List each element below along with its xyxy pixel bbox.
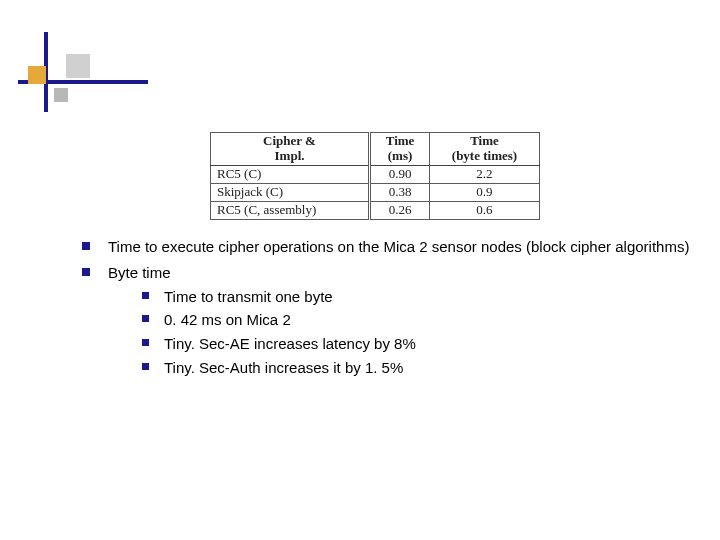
cell-bt: 2.2: [429, 165, 539, 183]
sub-bullet-text: Time to transmit one byte: [164, 288, 333, 305]
bullet-list: Time to execute cipher operations on the…: [82, 236, 690, 379]
bullet-content: Time to execute cipher operations on the…: [82, 236, 690, 383]
col-header-time-ms-l2: (ms): [388, 148, 413, 163]
cipher-timing-table: Cipher & Impl. Time (ms) Time (byte time…: [210, 132, 540, 220]
table: Cipher & Impl. Time (ms) Time (byte time…: [210, 132, 540, 220]
decor-square-orange: [28, 66, 46, 84]
sub-bullet-list: Time to transmit one byte 0. 42 ms on Mi…: [108, 286, 690, 379]
bullet-item: Time to execute cipher operations on the…: [82, 236, 690, 258]
col-header-time-bt: Time (byte times): [429, 133, 539, 166]
sub-bullet-item: Tiny. Sec-Auth increases it by 1. 5%: [142, 357, 690, 379]
sub-bullet-item: 0. 42 ms on Mica 2: [142, 309, 690, 331]
col-header-time-bt-l2: (byte times): [452, 148, 517, 163]
square-bullet-icon: [142, 339, 149, 346]
table-header-row: Cipher & Impl. Time (ms) Time (byte time…: [211, 133, 540, 166]
bullet-text: Byte time: [108, 264, 171, 281]
bullet-item: Byte time Time to transmit one byte 0. 4…: [82, 262, 690, 379]
corner-decor: [18, 32, 148, 112]
col-header-time-bt-l1: Time: [470, 133, 499, 148]
bullet-text: Time to execute cipher operations on the…: [108, 238, 689, 255]
col-header-cipher-l2: Impl.: [275, 148, 305, 163]
square-bullet-icon: [82, 268, 90, 276]
col-header-cipher: Cipher & Impl.: [211, 133, 370, 166]
decor-square-gray-large: [66, 54, 90, 78]
slide: Cipher & Impl. Time (ms) Time (byte time…: [0, 0, 720, 540]
square-bullet-icon: [142, 292, 149, 299]
square-bullet-icon: [142, 363, 149, 370]
cell-ms: 0.38: [370, 183, 430, 201]
table-row: Skipjack (C) 0.38 0.9: [211, 183, 540, 201]
col-header-time-ms-l1: Time: [386, 133, 415, 148]
cell-ms: 0.26: [370, 201, 430, 219]
cell-cipher: RC5 (C, assembly): [211, 201, 370, 219]
sub-bullet-text: Tiny. Sec-AE increases latency by 8%: [164, 335, 416, 352]
table-row: RC5 (C) 0.90 2.2: [211, 165, 540, 183]
sub-bullet-item: Time to transmit one byte: [142, 286, 690, 308]
cell-cipher: RC5 (C): [211, 165, 370, 183]
sub-bullet-text: Tiny. Sec-Auth increases it by 1. 5%: [164, 359, 403, 376]
col-header-time-ms: Time (ms): [370, 133, 430, 166]
square-bullet-icon: [142, 315, 149, 322]
cell-bt: 0.6: [429, 201, 539, 219]
cell-ms: 0.90: [370, 165, 430, 183]
sub-bullet-text: 0. 42 ms on Mica 2: [164, 311, 291, 328]
table-row: RC5 (C, assembly) 0.26 0.6: [211, 201, 540, 219]
decor-square-gray-small: [54, 88, 68, 102]
cell-bt: 0.9: [429, 183, 539, 201]
col-header-cipher-l1: Cipher &: [263, 133, 316, 148]
cell-cipher: Skipjack (C): [211, 183, 370, 201]
square-bullet-icon: [82, 242, 90, 250]
sub-bullet-item: Tiny. Sec-AE increases latency by 8%: [142, 333, 690, 355]
